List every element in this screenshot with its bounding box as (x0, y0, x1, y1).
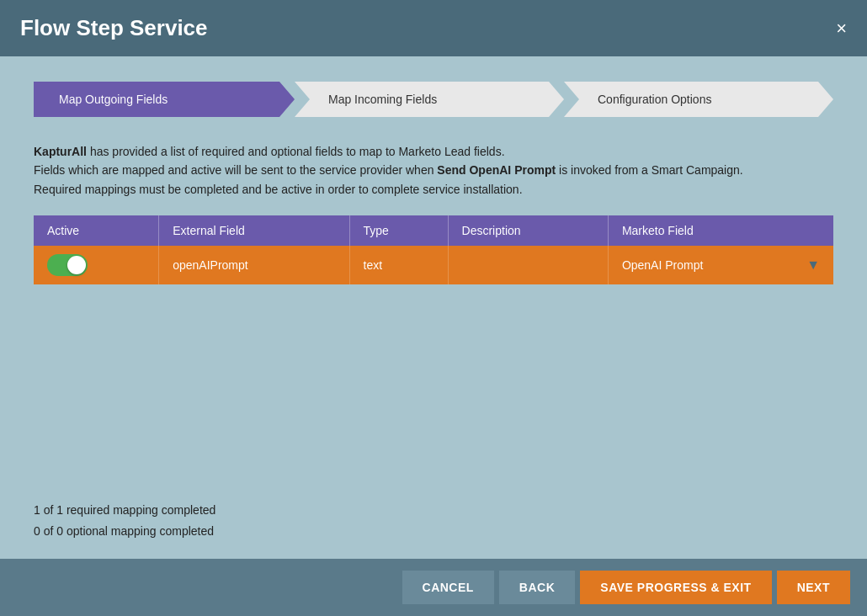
toggle-knob (67, 256, 86, 274)
desc-part2-end: is invoked from a Smart Campaign. (556, 163, 743, 177)
cell-description (448, 246, 608, 284)
footer-actions: CANCEL BACK SAVE PROGRESS & EXIT NEXT (0, 559, 867, 616)
dialog-header: Flow Step Service × (0, 0, 867, 56)
table-row: openAIPrompt text OpenAI Prompt ▼ (34, 246, 833, 284)
col-active: Active (34, 215, 159, 246)
back-button[interactable]: BACK (499, 571, 575, 604)
stats-area: 1 of 1 required mapping completed 0 of 0… (34, 284, 833, 559)
cell-active (34, 246, 159, 284)
step-3-label: Configuration Options (598, 93, 711, 106)
cell-marketo-field[interactable]: OpenAI Prompt ▼ (608, 246, 833, 284)
steps-breadcrumb: Map Outgoing Fields Map Incoming Fields … (34, 82, 833, 117)
col-description: Description (448, 215, 608, 246)
cell-external-field: openAIPrompt (159, 246, 349, 284)
step-map-incoming[interactable]: Map Incoming Fields (295, 82, 564, 117)
desc-part1: has provided a list of required and opti… (87, 145, 505, 158)
cell-type: text (349, 246, 448, 284)
send-prompt-label: Send OpenAI Prompt (437, 163, 556, 177)
active-toggle[interactable] (47, 254, 88, 276)
cancel-button[interactable]: CANCEL (402, 571, 494, 604)
stats-text: 1 of 1 required mapping completed 0 of 0… (34, 500, 215, 542)
optional-mapping-stat: 0 of 0 optional mapping completed (34, 521, 215, 542)
step-1-label: Map Outgoing Fields (59, 93, 168, 106)
step-configuration[interactable]: Configuration Options (564, 82, 833, 117)
required-mapping-stat: 1 of 1 required mapping completed (34, 500, 215, 521)
step-map-outgoing[interactable]: Map Outgoing Fields (34, 82, 295, 117)
save-progress-button[interactable]: SAVE PROGRESS & EXIT (580, 571, 771, 604)
table-header-row: Active External Field Type Description M… (34, 215, 833, 246)
toggle-container (47, 254, 145, 276)
dropdown-arrow-icon: ▼ (806, 258, 820, 273)
next-button[interactable]: NEXT (777, 571, 850, 604)
col-type: Type (349, 215, 448, 246)
desc-part2: Fields which are mapped and active will … (34, 163, 437, 177)
description-text: KapturAll has provided a list of require… (34, 142, 833, 199)
dialog-title: Flow Step Service (20, 15, 208, 41)
marketo-field-dropdown[interactable]: OpenAI Prompt ▼ (622, 258, 820, 273)
mapping-table: Active External Field Type Description M… (34, 215, 833, 284)
main-content: Map Outgoing Fields Map Incoming Fields … (0, 56, 867, 559)
col-external-field: External Field (159, 215, 349, 246)
step-2-label: Map Incoming Fields (328, 93, 437, 106)
close-button[interactable]: × (836, 19, 847, 38)
marketo-field-value: OpenAI Prompt (622, 258, 704, 272)
brand-name: KapturAll (34, 145, 87, 158)
desc-part3: Required mappings must be completed and … (34, 183, 523, 196)
col-marketo-field: Marketo Field (608, 215, 833, 246)
